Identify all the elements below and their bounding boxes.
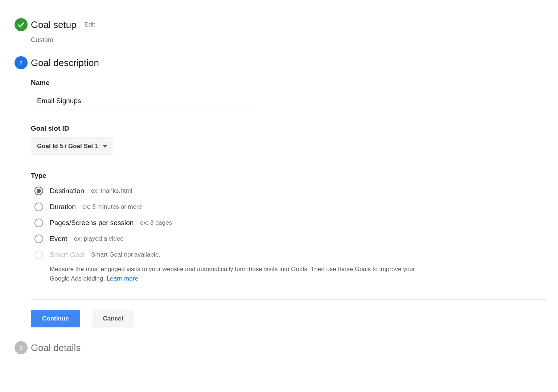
radio-icon[interactable]: [34, 203, 43, 211]
divider: [31, 299, 547, 300]
type-option-duration[interactable]: Duration ex: 5 minutes or more: [34, 201, 547, 213]
goal-slot-select[interactable]: Goal Id 5 / Goal Set 1: [31, 138, 113, 155]
goal-name-input[interactable]: [31, 92, 255, 110]
smart-goal-description: Measure the most engaged visits to your …: [50, 265, 420, 283]
slot-label: Goal slot ID: [31, 124, 547, 132]
type-option-smart-goal: Smart Goal Smart Goal not available.: [34, 249, 547, 261]
type-label-text: Duration: [50, 203, 76, 211]
type-hint: ex: 3 pages: [140, 219, 172, 226]
type-option-event[interactable]: Event ex: played a video: [34, 233, 547, 245]
name-label: Name: [31, 79, 547, 87]
step-goal-details: 3 Goal details: [11, 341, 547, 358]
type-label-text: Smart Goal: [50, 251, 85, 259]
check-icon: [17, 21, 25, 29]
type-label-text: Event: [50, 235, 67, 243]
step-complete-icon: [15, 18, 28, 31]
radio-icon[interactable]: [34, 219, 43, 227]
radio-icon[interactable]: [34, 187, 43, 195]
type-hint: ex: 5 minutes or more: [82, 203, 142, 211]
step2-title: Goal description: [31, 57, 99, 69]
cancel-button[interactable]: Cancel: [92, 310, 135, 327]
step-active-badge: 2: [15, 56, 28, 69]
radio-icon: [34, 250, 43, 259]
goal-slot-selected: Goal Id 5 / Goal Set 1: [37, 143, 98, 150]
type-label-text: Pages/Screens per session: [50, 219, 134, 227]
type-hint: ex: thanks.html: [91, 187, 132, 195]
step2-number: 2: [19, 60, 22, 66]
radio-icon[interactable]: [34, 234, 43, 243]
step1-subtitle: Custom: [31, 36, 547, 44]
chevron-down-icon: [103, 145, 107, 148]
type-option-pages[interactable]: Pages/Screens per session ex: 3 pages: [34, 217, 547, 229]
step1-title: Goal setup: [31, 19, 77, 30]
edit-link[interactable]: Edit: [85, 21, 95, 28]
type-hint: ex: played a video: [74, 235, 124, 242]
step-goal-setup: Goal setup Edit Custom: [11, 18, 547, 56]
type-option-destination[interactable]: Destination ex: thanks.html: [34, 185, 547, 197]
learn-more-link[interactable]: Learn more: [107, 275, 138, 282]
type-hint: Smart Goal not available.: [91, 251, 160, 258]
step3-title: Goal details: [31, 342, 81, 354]
step3-number: 3: [19, 345, 22, 351]
type-label-text: Destination: [50, 187, 84, 195]
step-connector: [21, 71, 21, 341]
continue-button[interactable]: Continue: [31, 310, 80, 327]
type-label: Type: [31, 172, 547, 180]
step-goal-description: 2 Goal description Name Goal slot ID Goa…: [11, 56, 547, 341]
step-pending-badge: 3: [15, 341, 28, 354]
